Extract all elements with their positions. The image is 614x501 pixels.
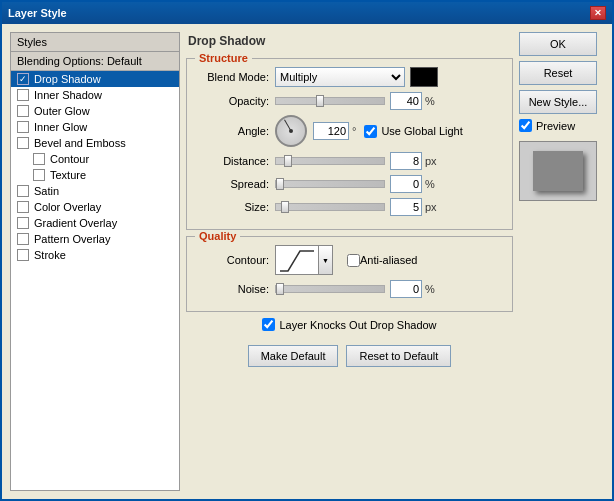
sidebar-item-pattern-overlay[interactable]: Pattern Overlay [11,231,179,247]
reset-button[interactable]: Reset [519,61,597,85]
spread-input[interactable] [390,175,422,193]
distance-unit: px [425,155,437,167]
opacity-input[interactable] [390,92,422,110]
stroke-label: Stroke [34,249,66,261]
color-overlay-label: Color Overlay [34,201,101,213]
styles-panel: Styles Blending Options: Default ✓ Drop … [10,32,180,491]
opacity-label: Opacity: [197,95,269,107]
drop-shadow-checkbox[interactable]: ✓ [17,73,29,85]
spread-slider-thumb[interactable] [276,178,284,190]
sidebar-item-contour[interactable]: Contour [11,151,179,167]
contour-checkbox[interactable] [33,153,45,165]
main-panel: Drop Shadow Structure Blend Mode: Multip… [186,32,513,491]
distance-slider[interactable] [275,157,385,165]
satin-checkbox[interactable] [17,185,29,197]
gradient-overlay-checkbox[interactable] [17,217,29,229]
preview-label: Preview [536,120,575,132]
blend-mode-color-swatch[interactable] [410,67,438,87]
angle-dial[interactable] [275,115,307,147]
sidebar-item-gradient-overlay[interactable]: Gradient Overlay [11,215,179,231]
sidebar-item-drop-shadow[interactable]: ✓ Drop Shadow [11,71,179,87]
opacity-slider-thumb[interactable] [316,95,324,107]
structure-title: Structure [195,52,252,64]
spread-label: Spread: [197,178,269,190]
noise-slider-thumb[interactable] [276,283,284,295]
contour-svg [278,247,316,273]
sidebar-item-satin[interactable]: Satin [11,183,179,199]
distance-row: Distance: px [197,152,502,170]
layer-knocks-label: Layer Knocks Out Drop Shadow [279,319,436,331]
close-button[interactable]: ✕ [590,6,606,20]
make-default-button[interactable]: Make Default [248,345,339,367]
angle-input[interactable] [313,122,349,140]
blending-options-item[interactable]: Blending Options: Default [11,52,179,71]
new-style-button[interactable]: New Style... [519,90,597,114]
size-row: Size: px [197,198,502,216]
outer-glow-checkbox[interactable] [17,105,29,117]
inner-glow-checkbox[interactable] [17,121,29,133]
quality-title: Quality [195,230,240,242]
blend-mode-select[interactable]: Multiply Normal Dissolve Darken Color Bu… [275,67,405,87]
spread-slider[interactable] [275,180,385,188]
preview-label-row: Preview [519,119,604,132]
gradient-overlay-label: Gradient Overlay [34,217,117,229]
distance-input[interactable] [390,152,422,170]
contour-control: Anti-aliased [275,245,417,275]
layer-style-dialog: Layer Style ✕ Styles Blending Options: D… [0,0,614,501]
size-slider-thumb[interactable] [281,201,289,213]
noise-unit: % [425,283,435,295]
drop-shadow-label: Drop Shadow [34,73,101,85]
contour-row: Contour: Anti-aliased [197,245,502,275]
noise-input[interactable] [390,280,422,298]
title-bar: Layer Style ✕ [2,2,612,24]
distance-label: Distance: [197,155,269,167]
sidebar-item-color-overlay[interactable]: Color Overlay [11,199,179,215]
noise-row: Noise: % [197,280,502,298]
noise-slider[interactable] [275,285,385,293]
use-global-light-checkbox[interactable] [364,125,377,138]
bevel-emboss-label: Bevel and Emboss [34,137,126,149]
use-global-light-row: Use Global Light [364,125,462,138]
size-slider[interactable] [275,203,385,211]
anti-alias-row: Anti-aliased [347,254,417,267]
inner-glow-label: Inner Glow [34,121,87,133]
ok-button[interactable]: OK [519,32,597,56]
styles-header[interactable]: Styles [11,33,179,52]
sidebar-item-stroke[interactable]: Stroke [11,247,179,263]
opacity-slider[interactable] [275,97,385,105]
contour-preview[interactable] [275,245,319,275]
sidebar-item-inner-glow[interactable]: Inner Glow [11,119,179,135]
stroke-checkbox[interactable] [17,249,29,261]
contour-label: Contour: [197,254,269,266]
texture-label: Texture [50,169,86,181]
pattern-overlay-checkbox[interactable] [17,233,29,245]
quality-section: Quality Contour: Anti-aliased [186,236,513,312]
spread-row: Spread: % [197,175,502,193]
sidebar-item-outer-glow[interactable]: Outer Glow [11,103,179,119]
outer-glow-label: Outer Glow [34,105,90,117]
window-title: Layer Style [8,7,67,19]
contour-dropdown-button[interactable] [319,245,333,275]
sidebar-item-bevel-emboss[interactable]: Bevel and Emboss [11,135,179,151]
angle-row: Angle: ° Use Global Light [197,115,502,147]
inner-shadow-label: Inner Shadow [34,89,102,101]
distance-slider-thumb[interactable] [284,155,292,167]
window-body: Styles Blending Options: Default ✓ Drop … [2,24,612,499]
sidebar-item-inner-shadow[interactable]: Inner Shadow [11,87,179,103]
size-input[interactable] [390,198,422,216]
pattern-overlay-label: Pattern Overlay [34,233,110,245]
preview-checkbox[interactable] [519,119,532,132]
preview-inner [533,151,583,191]
reset-to-default-button[interactable]: Reset to Default [346,345,451,367]
sidebar-item-texture[interactable]: Texture [11,167,179,183]
texture-checkbox[interactable] [33,169,45,181]
anti-aliased-checkbox[interactable] [347,254,360,267]
size-unit: px [425,201,437,213]
layer-knocks-checkbox[interactable] [262,318,275,331]
spread-unit: % [425,178,435,190]
angle-label: Angle: [197,125,269,137]
bevel-emboss-checkbox[interactable] [17,137,29,149]
preview-area [519,141,597,201]
inner-shadow-checkbox[interactable] [17,89,29,101]
color-overlay-checkbox[interactable] [17,201,29,213]
